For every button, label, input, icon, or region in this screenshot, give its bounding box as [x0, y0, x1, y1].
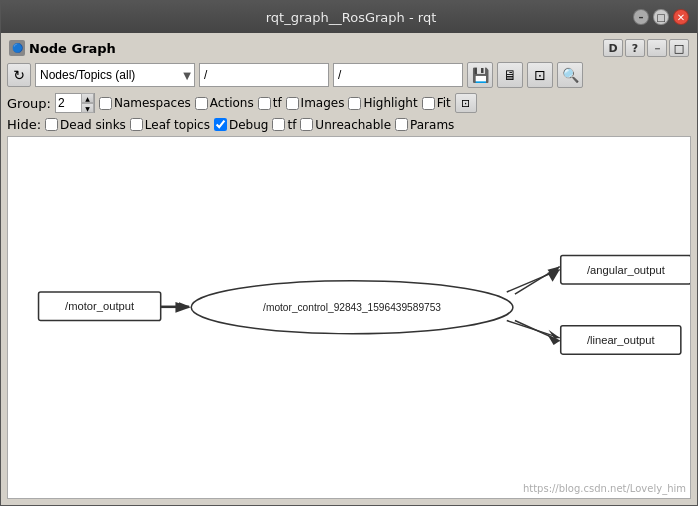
unreachable-option[interactable]: Unreachable — [300, 118, 391, 132]
tf-checkbox[interactable] — [258, 97, 271, 110]
view-select-wrapper: Nodes/Topics (all) Nodes only Topics onl… — [35, 63, 195, 87]
screenshot-button[interactable]: 🖥 — [497, 62, 523, 88]
namespaces-checkbox[interactable] — [99, 97, 112, 110]
leaf-topics-checkbox[interactable] — [130, 118, 143, 131]
watermark: https://blog.csdn.net/Lovely_him — [523, 483, 686, 494]
tf-hide-checkbox[interactable] — [272, 118, 285, 131]
fit-option[interactable]: Fit — [422, 96, 451, 110]
group-value-input[interactable] — [56, 96, 81, 110]
view-select[interactable]: Nodes/Topics (all) Nodes only Topics onl… — [35, 63, 195, 87]
spinbox-arrows: ▲ ▼ — [81, 93, 94, 113]
close-window-button[interactable]: ✕ — [673, 9, 689, 25]
spinbox-up-button[interactable]: ▲ — [81, 93, 94, 103]
titlebar: rqt_graph__RosGraph - rqt – □ ✕ — [1, 1, 697, 33]
leaf-topics-label: Leaf topics — [145, 118, 210, 132]
main-window: rqt_graph__RosGraph - rqt – □ ✕ 🔵 Node G… — [0, 0, 698, 506]
filter2-input[interactable] — [333, 63, 463, 87]
minimize-button[interactable]: – — [633, 9, 649, 25]
panel-controls: D ? － □ — [603, 39, 689, 57]
linear-output-label: /linear_output — [587, 334, 656, 346]
motor-to-topic-arrow — [179, 302, 189, 310]
save-icon: 💾 — [472, 67, 489, 83]
window-title: rqt_graph__RosGraph - rqt — [69, 10, 633, 25]
params-option[interactable]: Params — [395, 118, 454, 132]
graph-area[interactable]: /motor_output /motor_control_92843_15964… — [7, 136, 691, 499]
params-label: Params — [410, 118, 454, 132]
unreachable-label: Unreachable — [315, 118, 391, 132]
actions-option[interactable]: Actions — [195, 96, 254, 110]
dead-sinks-label: Dead sinks — [60, 118, 126, 132]
tf-hide-option[interactable]: tf — [272, 118, 296, 132]
images-option[interactable]: Images — [286, 96, 345, 110]
graph-svg: /motor_output /motor_control_92843_15964… — [8, 137, 690, 498]
leaf-topics-option[interactable]: Leaf topics — [130, 118, 210, 132]
fit-icon: ⊡ — [534, 67, 546, 83]
maximize-button[interactable]: □ — [653, 9, 669, 25]
hide-label: Hide: — [7, 117, 41, 132]
spinbox-down-button[interactable]: ▼ — [81, 103, 94, 113]
toolbar: ↻ Nodes/Topics (all) Nodes only Topics o… — [5, 59, 693, 91]
fit-small-button[interactable]: ⊡ — [455, 93, 477, 113]
node-graph-icon: 🔵 — [9, 40, 25, 56]
images-checkbox[interactable] — [286, 97, 299, 110]
zoom-button[interactable]: 🔍 — [557, 62, 583, 88]
fit-label: Fit — [437, 96, 451, 110]
undock-button[interactable]: － — [647, 39, 667, 57]
actions-checkbox[interactable] — [195, 97, 208, 110]
topic-to-linear-edge — [507, 321, 560, 338]
actions-label: Actions — [210, 96, 254, 110]
debug-label: Debug — [229, 118, 268, 132]
filter1-input[interactable] — [199, 63, 329, 87]
panel-title: Node Graph — [29, 41, 116, 56]
tf-option[interactable]: tf — [258, 96, 282, 110]
debug-option[interactable]: Debug — [214, 118, 268, 132]
main-content: 🔵 Node Graph D ? － □ ↻ Nodes/Topics (all… — [1, 33, 697, 505]
namespaces-label: Namespaces — [114, 96, 191, 110]
close-panel-button[interactable]: □ — [669, 39, 689, 57]
unreachable-checkbox[interactable] — [300, 118, 313, 131]
dead-sinks-option[interactable]: Dead sinks — [45, 118, 126, 132]
tf-hide-label: tf — [287, 118, 296, 132]
angular-output-label: /angular_output — [587, 264, 666, 276]
images-label: Images — [301, 96, 345, 110]
debug-checkbox[interactable] — [214, 118, 227, 131]
zoom-icon: 🔍 — [562, 67, 579, 83]
dead-sinks-checkbox[interactable] — [45, 118, 58, 131]
options-row: Group: ▲ ▼ Namespaces Actions tf — [5, 91, 693, 115]
fit-checkbox[interactable] — [422, 97, 435, 110]
motor-output-label: /motor_output — [65, 300, 135, 312]
group-spinbox[interactable]: ▲ ▼ — [55, 93, 95, 113]
topic-label: /motor_control_92843_1596439589753 — [263, 302, 441, 313]
refresh-icon: ↻ — [13, 67, 25, 83]
fit-view-button[interactable]: ⊡ — [527, 62, 553, 88]
group-label: Group: — [7, 96, 51, 111]
hide-row: Hide: Dead sinks Leaf topics Debug tf Un… — [5, 115, 693, 134]
info-button[interactable]: ? — [625, 39, 645, 57]
tf-label: tf — [273, 96, 282, 110]
highlight-checkbox[interactable] — [348, 97, 361, 110]
params-checkbox[interactable] — [395, 118, 408, 131]
refresh-button[interactable]: ↻ — [7, 63, 31, 87]
help-button[interactable]: D — [603, 39, 623, 57]
namespaces-option[interactable]: Namespaces — [99, 96, 191, 110]
panel-header-row: 🔵 Node Graph D ? － □ — [5, 37, 693, 59]
window-controls: – □ ✕ — [633, 9, 689, 25]
camera-icon: 🖥 — [503, 67, 517, 83]
highlight-option[interactable]: Highlight — [348, 96, 417, 110]
highlight-label: Highlight — [363, 96, 417, 110]
save-button[interactable]: 💾 — [467, 62, 493, 88]
